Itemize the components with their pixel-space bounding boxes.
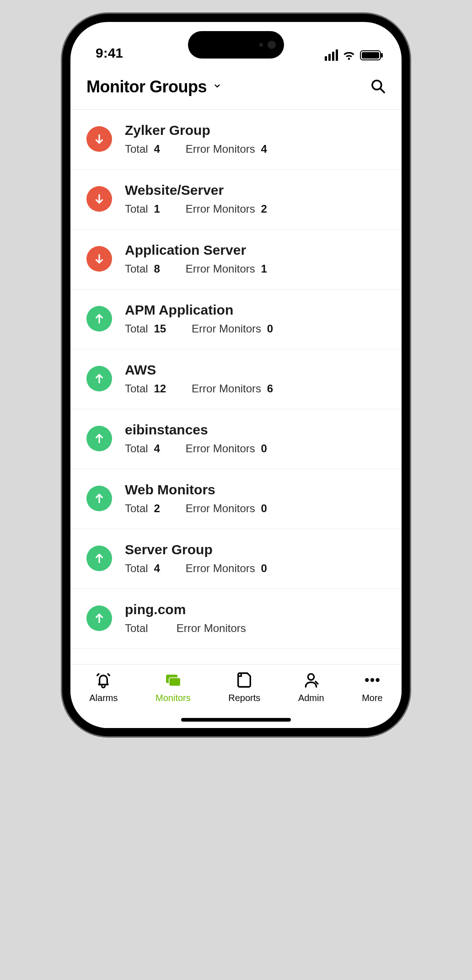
search-icon [370,78,386,94]
monitor-group-row[interactable]: ping.com Total Error Monitors [70,589,402,649]
status-time: 9:41 [96,45,123,61]
svg-point-6 [370,678,374,682]
total-stat: Total 4 [125,442,160,455]
tab-more[interactable]: More [362,671,383,703]
total-stat: Total 1 [125,203,160,215]
monitor-group-list[interactable]: Zylker Group Total 4 Error Monitors 4 We… [70,110,402,664]
tab-alarms[interactable]: Alarms [89,671,118,703]
group-name: APM Application [125,302,386,318]
svg-rect-3 [169,678,181,686]
tab-monitors[interactable]: Monitors [156,671,191,703]
chevron-down-icon [213,82,221,92]
search-button[interactable] [370,78,386,96]
monitor-group-row[interactable]: Zylker Group Total 4 Error Monitors 4 [70,110,402,170]
error-stat: Error Monitors 0 [186,562,267,575]
wifi-icon [343,50,355,60]
group-name: Website/Server [125,182,386,198]
page-title: Monitor Groups [86,77,207,96]
error-stat: Error Monitors 6 [192,382,273,395]
tab-reports[interactable]: Reports [228,671,260,703]
monitor-group-row[interactable]: Web Monitors Total 2 Error Monitors 0 [70,469,402,529]
total-stat: Total 15 [125,322,166,335]
total-stat: Total 8 [125,262,160,275]
error-stat: Error Monitors [177,622,249,635]
admin-icon [302,671,320,689]
total-stat: Total 4 [125,143,160,155]
tab-label: Admin [298,693,324,703]
svg-point-7 [375,678,379,682]
svg-point-5 [365,678,369,682]
page-header: Monitor Groups [70,65,402,110]
battery-icon [360,50,381,60]
home-indicator [181,718,291,722]
group-name: Web Monitors [125,482,386,498]
status-up-icon [86,486,112,511]
tab-label: Alarms [89,693,118,703]
status-down-icon [86,186,112,212]
svg-point-4 [308,674,314,680]
monitor-group-row[interactable]: Server Group Total 4 Error Monitors 0 [70,529,402,589]
more-icon [363,671,381,689]
monitor-group-row[interactable]: Website/Server Total 1 Error Monitors 2 [70,170,402,230]
status-up-icon [86,546,112,571]
monitor-group-row[interactable]: APM Application Total 15 Error Monitors … [70,289,402,349]
total-stat: Total 2 [125,502,160,515]
bell-icon [94,671,113,689]
error-stat: Error Monitors 0 [186,502,267,515]
group-name: AWS [125,362,386,378]
group-name: eibinstances [125,422,386,438]
monitor-group-row[interactable]: eibinstances Total 4 Error Monitors 0 [70,409,402,469]
tab-label: Reports [228,693,260,703]
group-name: Application Server [125,242,386,258]
cellular-icon [325,49,338,61]
total-stat: Total [125,622,151,635]
status-up-icon [86,605,112,631]
group-name: Zylker Group [125,123,386,138]
error-stat: Error Monitors 4 [186,143,267,155]
total-stat: Total 12 [125,382,166,395]
report-icon [235,671,253,689]
monitor-group-row[interactable]: AWS Total 12 Error Monitors 6 [70,349,402,409]
group-name: ping.com [125,602,386,617]
status-up-icon [86,306,112,332]
page-title-dropdown[interactable]: Monitor Groups [86,77,221,96]
group-name: Server Group [125,542,386,557]
status-up-icon [86,426,112,451]
tab-label: Monitors [156,693,191,703]
tab-admin[interactable]: Admin [298,671,324,703]
status-down-icon [86,126,112,152]
svg-line-1 [381,89,385,93]
monitor-icon [164,671,182,689]
total-stat: Total 4 [125,562,160,575]
error-stat: Error Monitors 1 [186,262,267,275]
status-down-icon [86,246,112,272]
monitor-group-row[interactable]: Application Server Total 8 Error Monitor… [70,230,402,289]
tab-label: More [362,693,383,703]
error-stat: Error Monitors 2 [186,203,267,215]
error-stat: Error Monitors 0 [192,322,273,335]
error-stat: Error Monitors 0 [186,442,267,455]
status-up-icon [86,366,112,391]
